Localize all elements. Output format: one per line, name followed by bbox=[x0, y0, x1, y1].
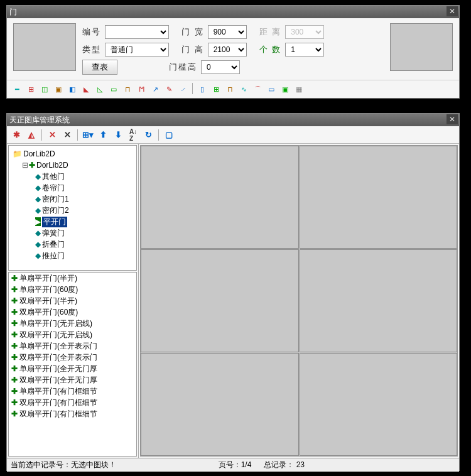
tool-icon-12[interactable]: ✎ bbox=[163, 83, 175, 95]
tree-item-selected[interactable]: ▶平开门 bbox=[10, 216, 135, 227]
tb-delete-icon[interactable]: ✕ bbox=[45, 128, 59, 142]
list-item[interactable]: ✚双扇平开门(半开) bbox=[9, 295, 136, 306]
tb-info-icon[interactable]: ▢ bbox=[162, 128, 176, 142]
tb-view-icon[interactable]: ⊞▾ bbox=[81, 128, 95, 142]
tb-delete2-icon[interactable]: ✕ bbox=[60, 128, 74, 142]
panel2-titlebar[interactable]: 天正图库管理系统 ✕ bbox=[7, 114, 459, 126]
lookup-button[interactable]: 查表 bbox=[82, 60, 117, 75]
label-height: 门 高 bbox=[181, 44, 204, 55]
separator-icon bbox=[192, 83, 193, 94]
list-item[interactable]: ✚双扇平开门(有门框细节 bbox=[9, 408, 136, 419]
tool-icon-16[interactable]: ⊓ bbox=[224, 83, 236, 95]
panel2-close-icon[interactable]: ✕ bbox=[447, 114, 458, 124]
door-properties-panel: 门 ✕ 编号 门 宽 900 距 离 300 类型 普通门 bbox=[6, 5, 460, 99]
list-item[interactable]: ✚双扇平开门(60度) bbox=[9, 306, 136, 318]
distance-combo: 300 bbox=[285, 25, 324, 39]
tree-root[interactable]: 📁DorLib2D bbox=[10, 148, 135, 160]
category-tree[interactable]: 📁DorLib2D ⊟✚DorLib2D ◆其他门 ◆卷帘门 ◆密闭门1 ◆密闭… bbox=[8, 145, 137, 271]
width-combo[interactable]: 900 bbox=[208, 25, 247, 39]
left-pane: 📁DorLib2D ⊟✚DorLib2D ◆其他门 ◆卷帘门 ◆密闭门1 ◆密闭… bbox=[7, 144, 139, 458]
tool-icon-5[interactable]: ◧ bbox=[66, 83, 78, 95]
panel2-title: 天正图库管理系统 bbox=[9, 115, 70, 126]
label-type: 类型 bbox=[82, 44, 101, 55]
tool-icon-10[interactable]: Ϻ bbox=[135, 83, 148, 95]
tree-item[interactable]: ◆其他门 bbox=[10, 171, 135, 182]
label-threshold: 门槛高 bbox=[169, 62, 197, 73]
tool-icon-13[interactable]: ⟋ bbox=[176, 83, 189, 95]
separator-icon bbox=[41, 129, 42, 141]
label-count: 个 数 bbox=[259, 44, 282, 55]
thumb-cell[interactable] bbox=[300, 249, 458, 352]
tool-icon-6[interactable]: ◣ bbox=[80, 83, 92, 95]
preview-left bbox=[13, 23, 76, 71]
status-selection: 当前选中记录号：无选中图块！ bbox=[11, 460, 116, 470]
tree-item[interactable]: ◆密闭门1 bbox=[10, 193, 135, 205]
list-item[interactable]: ✚单扇平开门(半开) bbox=[9, 273, 136, 284]
count-combo[interactable]: 1 bbox=[285, 43, 324, 57]
thumb-cell[interactable] bbox=[300, 353, 458, 456]
panel1-close-icon[interactable]: ✕ bbox=[447, 6, 458, 16]
tb-down-icon[interactable]: ⬇ bbox=[111, 128, 125, 142]
tb-up-icon[interactable]: ⬆ bbox=[96, 128, 110, 142]
label-distance: 距 离 bbox=[259, 26, 282, 38]
tool-icon-11[interactable]: ↗ bbox=[149, 83, 161, 95]
tree-item[interactable]: ◆折叠门 bbox=[10, 239, 135, 250]
library-panel: 天正图库管理系统 ✕ ✱ ◭ ✕ ✕ ⊞▾ ⬆ ⬇ A↓Z ↻ ▢ 📁DorLi… bbox=[6, 113, 460, 471]
tb-icon-1[interactable]: ✱ bbox=[9, 128, 23, 142]
tool-icon-1[interactable]: ━ bbox=[11, 83, 23, 95]
tool-icon-3[interactable]: ◫ bbox=[38, 83, 51, 95]
item-list[interactable]: ✚单扇平开门(半开)✚单扇平开门(60度)✚双扇平开门(半开)✚双扇平开门(60… bbox=[8, 272, 137, 457]
tree-item[interactable]: ◆密闭门2 bbox=[10, 205, 135, 216]
label-id: 编号 bbox=[82, 26, 101, 38]
tool-icon-15[interactable]: ⊞ bbox=[210, 83, 222, 95]
tool-icon-19[interactable]: ▭ bbox=[265, 83, 278, 95]
preview-right bbox=[390, 23, 453, 71]
list-item[interactable]: ✚单扇平开门(全开表示门 bbox=[9, 340, 136, 352]
type-combo[interactable]: 普通门 bbox=[105, 43, 169, 57]
thumb-cell[interactable] bbox=[141, 249, 299, 352]
list-item[interactable]: ✚单扇平开门(全开无门厚 bbox=[9, 363, 136, 374]
panel2-toolbar: ✱ ◭ ✕ ✕ ⊞▾ ⬆ ⬇ A↓Z ↻ ▢ bbox=[7, 126, 459, 144]
separator-icon bbox=[77, 129, 78, 141]
panel1-titlebar[interactable]: 门 ✕ bbox=[7, 6, 459, 18]
tool-icon-21[interactable]: ▦ bbox=[293, 83, 305, 95]
panel1-body: 编号 门 宽 900 距 离 300 类型 普通门 门 高 2100 个 bbox=[7, 18, 459, 80]
threshold-combo[interactable]: 0 bbox=[201, 60, 240, 74]
label-width: 门 宽 bbox=[181, 26, 204, 38]
panel1-title: 门 bbox=[9, 7, 17, 18]
tool-icon-4[interactable]: ▣ bbox=[52, 83, 65, 95]
list-item[interactable]: ✚双扇平开门(有门框细节 bbox=[9, 397, 136, 408]
tool-icon-7[interactable]: ◺ bbox=[94, 83, 106, 95]
tool-icon-17[interactable]: ∿ bbox=[237, 83, 250, 95]
tool-icon-9[interactable]: ⊓ bbox=[121, 83, 134, 95]
tree-item[interactable]: ◆卷帘门 bbox=[10, 182, 135, 193]
panel2-body: 📁DorLib2D ⊟✚DorLib2D ◆其他门 ◆卷帘门 ◆密闭门1 ◆密闭… bbox=[7, 144, 459, 458]
list-item[interactable]: ✚单扇平开门(有门框细节 bbox=[9, 386, 136, 397]
tb-icon-2[interactable]: ◭ bbox=[24, 128, 38, 142]
separator-icon bbox=[158, 129, 159, 141]
tool-icon-14[interactable]: ▯ bbox=[196, 83, 208, 95]
list-item[interactable]: ✚单扇平开门(无开启线) bbox=[9, 318, 136, 329]
tree-item[interactable]: ◆推拉门 bbox=[10, 250, 135, 261]
thumb-cell[interactable] bbox=[300, 146, 458, 249]
thumbnail-grid[interactable] bbox=[140, 145, 458, 457]
tb-sort-icon[interactable]: A↓Z bbox=[126, 128, 140, 142]
height-combo[interactable]: 2100 bbox=[208, 43, 247, 57]
thumb-cell[interactable] bbox=[141, 146, 299, 249]
status-total: 总记录： 23 bbox=[264, 460, 305, 470]
id-combo[interactable] bbox=[105, 25, 169, 39]
status-page: 页号：1/4 bbox=[219, 460, 252, 470]
status-bar: 当前选中记录号：无选中图块！ 页号：1/4 总记录： 23 bbox=[7, 458, 459, 472]
list-item[interactable]: ✚单扇平开门(60度) bbox=[9, 284, 136, 295]
tool-icon-18[interactable]: ⌒ bbox=[251, 83, 264, 95]
tool-icon-8[interactable]: ▭ bbox=[107, 83, 120, 95]
tool-icon-2[interactable]: ⊞ bbox=[24, 83, 37, 95]
list-item[interactable]: ✚双扇平开门(无开启线) bbox=[9, 329, 136, 340]
list-item[interactable]: ✚双扇平开门(全开无门厚 bbox=[9, 374, 136, 386]
tree-item[interactable]: ◆弹簧门 bbox=[10, 227, 135, 239]
list-item[interactable]: ✚双扇平开门(全开表示门 bbox=[9, 352, 136, 363]
tree-sub[interactable]: ⊟✚DorLib2D bbox=[10, 160, 135, 171]
thumb-cell[interactable] bbox=[141, 353, 299, 456]
tool-icon-20[interactable]: ▣ bbox=[279, 83, 291, 95]
tb-refresh-icon[interactable]: ↻ bbox=[141, 128, 155, 142]
